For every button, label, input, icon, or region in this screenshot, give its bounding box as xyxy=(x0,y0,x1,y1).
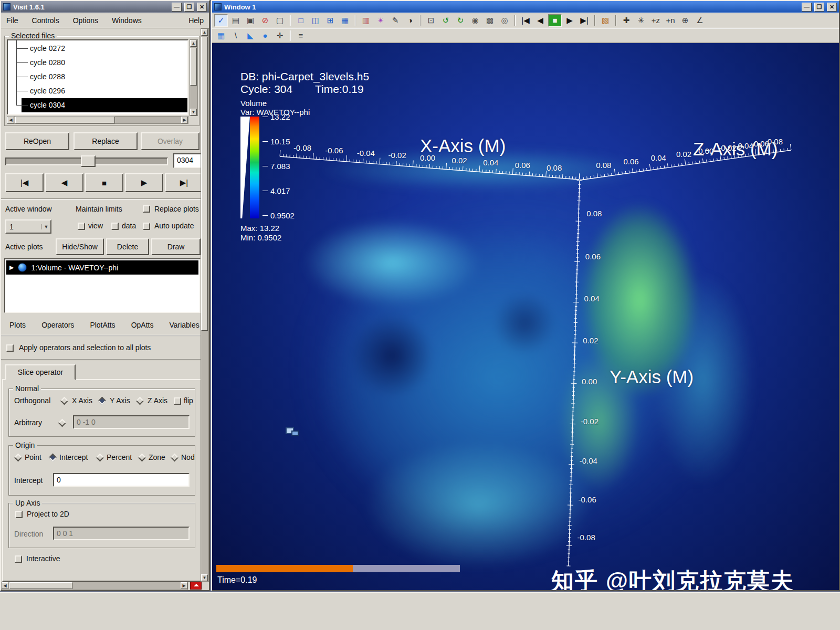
step-first-icon[interactable]: |◀ xyxy=(519,14,532,27)
reopen-button[interactable]: ReOpen xyxy=(5,132,69,150)
maintain-view-checkbox[interactable] xyxy=(78,223,85,230)
minimize-button[interactable]: — xyxy=(802,3,812,12)
stop-icon[interactable]: ■ xyxy=(548,14,562,27)
project-to-2d-checkbox[interactable] xyxy=(15,511,23,518)
percent-radio[interactable] xyxy=(96,454,104,462)
sphere-tool-icon[interactable]: ● xyxy=(258,29,272,42)
add-node-icon[interactable]: +n xyxy=(664,14,677,27)
flip-checkbox[interactable] xyxy=(174,397,181,405)
render-viewport[interactable]: DB: phi-Carpet_3levels.h5 Cycle: 304 Tim… xyxy=(212,43,839,590)
tab-plotatts[interactable]: PlotAtts xyxy=(90,321,115,329)
visit-titlebar[interactable]: Visit 1.6.1 — ❐ ✕ xyxy=(1,1,209,13)
invert-background-icon[interactable]: ◑ xyxy=(403,14,417,27)
scroll-thumb[interactable] xyxy=(9,582,72,589)
overlay-button[interactable]: Overlay xyxy=(141,132,200,150)
delete-button[interactable]: Delete xyxy=(106,238,149,255)
zoom-tool-icon[interactable]: ⊕ xyxy=(678,14,692,27)
node-radio[interactable] xyxy=(171,454,179,462)
play-reverse-icon[interactable]: ◀ xyxy=(533,14,547,27)
delete-window-icon[interactable]: ⊘ xyxy=(258,14,272,27)
active-timeslider-icon[interactable]: ▧ xyxy=(598,14,612,27)
tab-variables[interactable]: Variables xyxy=(169,321,199,329)
x-axis-radio[interactable] xyxy=(60,397,69,405)
scroll-left-button[interactable]: ◀ xyxy=(7,117,14,123)
close-button[interactable]: ✕ xyxy=(827,3,837,12)
file-item[interactable]: cycle 0304 xyxy=(22,98,187,112)
menu-help[interactable]: Help xyxy=(188,16,204,25)
z-axis-radio[interactable] xyxy=(136,397,144,405)
wand-icon[interactable]: ✴ xyxy=(374,14,387,27)
replace-button[interactable]: Replace xyxy=(74,132,138,150)
zone-radio[interactable] xyxy=(138,454,146,462)
plane-tool-icon[interactable]: ◣ xyxy=(244,29,257,42)
layout-1x2-icon[interactable]: ◫ xyxy=(309,14,322,27)
scroll-down-button[interactable]: ▼ xyxy=(190,109,197,116)
maximize-button[interactable]: ❐ xyxy=(814,3,824,12)
viz-titlebar[interactable]: Window 1 — ❐ ✕ xyxy=(212,1,839,13)
spin-clockwise-icon[interactable]: ↻ xyxy=(454,14,467,27)
capture-camera-icon[interactable]: ◎ xyxy=(498,14,511,27)
reset-view-icon[interactable]: ✳ xyxy=(634,14,648,27)
scroll-down-button[interactable]: ▼ xyxy=(201,574,208,581)
scroll-left-button[interactable]: ◀ xyxy=(2,582,8,589)
maximize-button[interactable]: ❐ xyxy=(184,3,194,12)
play-button[interactable]: ▶ xyxy=(125,173,163,192)
tab-opatts[interactable]: OpAtts xyxy=(131,321,154,329)
direction-field[interactable]: 0 0 1 xyxy=(53,527,190,540)
file-list-hscrollbar[interactable]: ◀ ▶ xyxy=(7,116,188,124)
y-axis-radio[interactable] xyxy=(98,397,107,405)
copy-window-icon[interactable]: ▣ xyxy=(244,14,257,27)
tab-operators[interactable]: Operators xyxy=(41,321,74,329)
file-item[interactable]: cycle 0272 xyxy=(22,41,187,56)
stop-button[interactable]: ■ xyxy=(85,173,123,192)
interactive-checkbox[interactable] xyxy=(15,555,22,563)
tab-plots[interactable]: Plots xyxy=(9,321,26,329)
close-button[interactable]: ✕ xyxy=(197,3,207,12)
layout-1x1-icon[interactable]: □ xyxy=(294,14,308,27)
apply-operators-checkbox[interactable] xyxy=(6,344,14,352)
file-item[interactable]: cycle 0288 xyxy=(22,70,187,84)
menu-windows[interactable]: Windows xyxy=(112,16,142,25)
navigate-bbox-icon[interactable]: ⊡ xyxy=(424,14,438,27)
step-back-button[interactable]: |◀ xyxy=(5,173,44,192)
file-list-vscrollbar[interactable]: ▲ ▼ xyxy=(190,39,198,116)
file-item[interactable]: cycle 0280 xyxy=(22,56,187,70)
spreadsheet-icon[interactable]: ▥ xyxy=(359,14,373,27)
menu-file[interactable]: File xyxy=(6,16,18,25)
play-reverse-button[interactable]: ◀ xyxy=(45,173,83,192)
plot-expand-icon[interactable]: ▶ xyxy=(9,264,14,271)
play-icon[interactable]: ▶ xyxy=(563,14,576,27)
layout-2x3-icon[interactable]: ▦ xyxy=(338,14,352,27)
maintain-data-checkbox[interactable] xyxy=(111,223,119,230)
window-vscrollbar[interactable]: ▲ ▼ xyxy=(201,28,209,582)
clear-window-icon[interactable]: ▢ xyxy=(273,14,287,27)
scroll-thumb[interactable] xyxy=(15,117,115,123)
plot-list-item[interactable]: ▶ 1:Volume - WAVETOY--phi xyxy=(6,260,198,275)
point-tool-icon[interactable]: ✛ xyxy=(273,29,287,42)
draw-button[interactable]: Draw xyxy=(151,238,201,255)
scroll-up-button[interactable]: ▲ xyxy=(190,40,197,47)
active-window-checkbox-icon[interactable]: ✓ xyxy=(214,14,228,27)
snapshot-icon[interactable]: ◉ xyxy=(468,14,482,27)
box-tool-icon[interactable]: ▦ xyxy=(214,29,228,42)
recenter-view-icon[interactable]: ✚ xyxy=(620,14,633,27)
add-z-axis-icon[interactable]: +z xyxy=(649,14,663,27)
scroll-right-button[interactable]: ▶ xyxy=(181,117,188,123)
arbitrary-radio[interactable] xyxy=(58,419,67,427)
step-forward-button[interactable]: ▶| xyxy=(165,173,203,192)
replace-plots-checkbox[interactable] xyxy=(143,205,150,213)
step-last-icon[interactable]: ▶| xyxy=(578,14,591,27)
window-list-icon[interactable]: ▤ xyxy=(229,14,243,27)
protractor-icon[interactable]: ∠ xyxy=(693,14,707,27)
line-tool-icon[interactable]: \ xyxy=(229,29,243,42)
intercept-field[interactable]: 0 xyxy=(53,473,190,487)
scroll-up-button[interactable]: ▲ xyxy=(201,29,208,36)
intercept-radio[interactable] xyxy=(49,454,57,462)
active-window-select[interactable]: 1 ▼ xyxy=(5,219,51,234)
scroll-right-button[interactable]: ▶ xyxy=(181,582,187,589)
axis-restriction-icon[interactable]: ≡ xyxy=(294,29,308,42)
hide-show-button[interactable]: Hide/Show xyxy=(56,238,104,255)
file-item[interactable]: cycle 0296 xyxy=(22,84,187,98)
auto-update-checkbox[interactable] xyxy=(143,223,150,230)
menu-options[interactable]: Options xyxy=(73,16,98,25)
